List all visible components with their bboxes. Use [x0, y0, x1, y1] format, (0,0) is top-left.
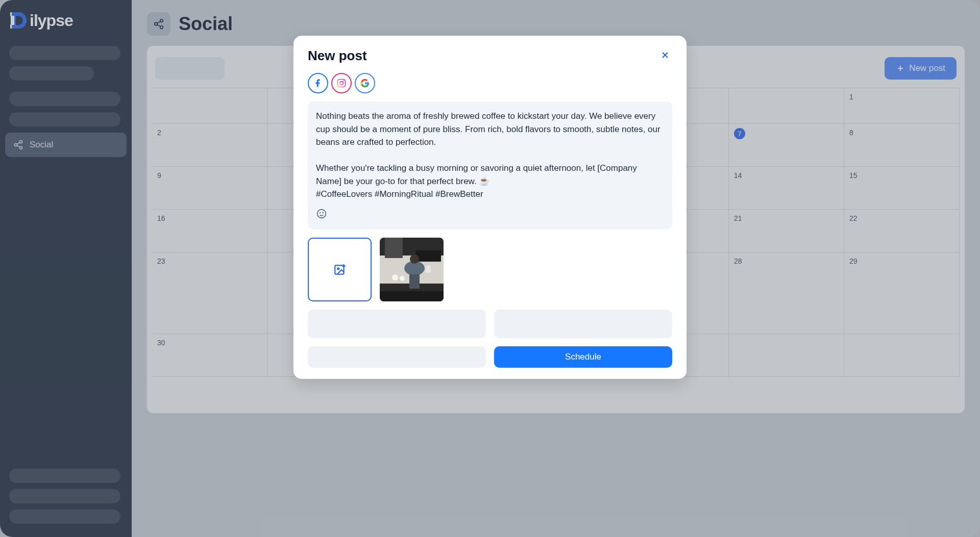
close-button[interactable]: [658, 48, 672, 64]
svg-rect-23: [335, 265, 344, 274]
google-icon: [360, 78, 370, 88]
action-row: Schedule: [308, 346, 672, 368]
media-thumbnail[interactable]: [380, 238, 444, 301]
facebook-icon: [313, 79, 323, 88]
add-image-icon: [333, 263, 347, 276]
input-placeholder-left[interactable]: [308, 310, 486, 338]
modal-overlay: New post: [0, 0, 980, 537]
svg-rect-29: [385, 238, 403, 258]
svg-rect-30: [415, 250, 441, 262]
instagram-icon: [336, 78, 347, 88]
add-media-button[interactable]: [308, 238, 372, 301]
svg-rect-37: [380, 291, 444, 301]
input-row: [308, 310, 672, 338]
photo-barista: [380, 238, 444, 301]
schedule-button[interactable]: Schedule: [494, 346, 672, 368]
svg-point-32: [410, 254, 419, 264]
media-row: [308, 238, 672, 301]
svg-point-19: [343, 81, 344, 82]
composer[interactable]: Nothing beats the aroma of freshly brewe…: [308, 101, 672, 229]
svg-rect-36: [426, 266, 431, 273]
svg-point-22: [323, 212, 323, 213]
modal-header: New post: [308, 48, 672, 64]
input-placeholder-right[interactable]: [494, 310, 672, 338]
platform-facebook[interactable]: [308, 73, 328, 93]
close-icon: [660, 50, 670, 60]
svg-point-34: [392, 274, 398, 280]
svg-point-24: [337, 268, 339, 269]
platform-instagram[interactable]: [331, 73, 352, 93]
svg-point-21: [320, 212, 321, 213]
schedule-label: Schedule: [565, 352, 601, 362]
svg-rect-17: [338, 80, 346, 87]
modal-title: New post: [308, 48, 367, 64]
svg-point-20: [317, 209, 326, 218]
svg-point-18: [340, 82, 344, 85]
smile-icon: [316, 208, 327, 219]
secondary-button[interactable]: [308, 346, 486, 368]
platform-google[interactable]: [355, 73, 375, 93]
platform-selector: [308, 73, 672, 93]
svg-point-35: [400, 276, 405, 281]
svg-rect-33: [409, 274, 420, 289]
composer-text: Nothing beats the aroma of freshly brewe…: [316, 110, 664, 201]
new-post-modal: New post: [293, 36, 687, 379]
emoji-button[interactable]: [316, 208, 327, 221]
